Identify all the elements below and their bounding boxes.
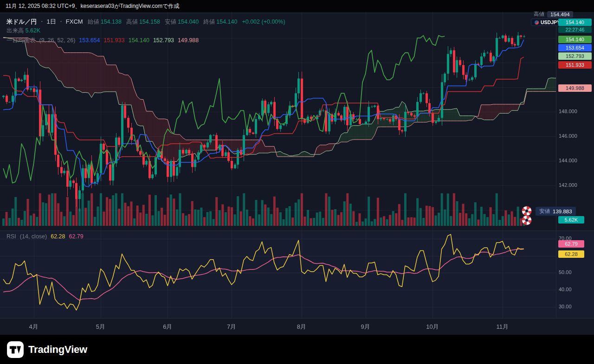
close-label: 終値: [203, 19, 215, 25]
lifebuoy-marker-icon[interactable]: [522, 215, 532, 225]
tenkan-value: 153.654: [79, 37, 100, 44]
change-value: +0.002 (+0.00%): [242, 19, 285, 25]
senkou-b-axis-label: 149.988: [558, 84, 592, 92]
last-price-label: 154.140: [558, 19, 592, 26]
rsi-label[interactable]: RSI: [6, 233, 16, 240]
ichimoku-params: (9, 26, 52, 26): [39, 37, 76, 44]
price-chart-canvas[interactable]: [0, 0, 594, 364]
brand-name[interactable]: TradingView: [28, 344, 87, 356]
rsi-params: (14, close): [20, 233, 47, 240]
lifebuoy-marker-icon[interactable]: [522, 206, 532, 216]
kijun-axis-label: 151.933: [558, 61, 592, 69]
period-high-label: 高値: [534, 11, 544, 18]
chikou-axis-label: 154.140: [558, 36, 592, 43]
senkou-a-axis-label: 152.793: [558, 52, 592, 60]
symbol-flag-icon: [535, 20, 539, 25]
tradingview-logo[interactable]: [6, 341, 24, 358]
tenkan-axis-label: 153.654: [558, 44, 592, 51]
volume-value: 5.62K: [26, 27, 41, 34]
kijun-value: 151.933: [104, 37, 125, 44]
attribution-text: 11月 12, 2025 08:32 UTC+9、keserasera03がTr…: [6, 2, 179, 10]
low-label: 安値: [165, 19, 176, 25]
exchange-label: FXCM: [66, 18, 83, 25]
open-group: 始値154.138: [88, 18, 122, 26]
rsi-ma-value: 62.79: [69, 233, 83, 240]
open-value: 154.138: [101, 19, 122, 25]
ichimoku-legend-row: 一目均衡表 (9, 26, 52, 26) 153.654 151.933 15…: [6, 37, 202, 45]
attribution-bar: 11月 12, 2025 08:32 UTC+9、keserasera03がTr…: [0, 0, 594, 12]
high-value: 154.158: [139, 19, 160, 25]
volume-axis-label: 5.62K: [558, 216, 584, 224]
separator: ・: [58, 18, 64, 26]
tradingview-chart-screen: 11月 12, 2025 08:32 UTC+9、keserasera03がTr…: [0, 0, 594, 364]
open-label: 始値: [88, 19, 99, 25]
symbol-title[interactable]: 米ドル／円: [6, 18, 37, 26]
rsi-axis-label: 62.28: [558, 250, 584, 258]
senkou-a-value: 152.793: [153, 37, 174, 44]
low-value: 154.040: [178, 19, 199, 25]
period-high-value: 154.494: [547, 11, 573, 18]
high-label: 高値: [126, 19, 138, 25]
period-low-label: 安値: [539, 208, 550, 215]
volume-legend-row: 出来高 5.62K: [6, 27, 40, 35]
interval-label[interactable]: 1日: [47, 18, 56, 26]
rsi-ma-axis-label: 62.79: [558, 240, 584, 248]
period-low-marker: 安値 139.883: [536, 207, 576, 216]
separator: ・: [39, 18, 45, 26]
symbol-legend-row: 米ドル／円 ・ 1日 ・ FXCM 始値154.138 高値154.158 安値…: [6, 18, 285, 26]
low-group: 安値154.040: [165, 18, 199, 26]
symbol-chip-label: USDJPY: [541, 19, 560, 25]
volume-label[interactable]: 出来高: [6, 27, 24, 35]
senkou-b-value: 149.988: [178, 37, 199, 44]
period-low-value: 139.883: [553, 209, 572, 214]
bar-countdown-label: 22:27:46: [558, 26, 592, 33]
rsi-legend-row: RSI (14, close) 62.28 62.79: [6, 233, 87, 240]
close-group: 終値154.140: [203, 18, 237, 26]
close-value: 154.140: [216, 19, 237, 25]
footer-bar: TradingView: [0, 335, 594, 364]
chikou-value: 154.140: [129, 37, 149, 44]
period-high-marker: 高値 154.494: [534, 11, 573, 18]
high-group: 高値154.158: [126, 18, 160, 26]
rsi-value: 62.28: [51, 233, 65, 240]
ichimoku-label[interactable]: 一目均衡表: [6, 37, 36, 45]
